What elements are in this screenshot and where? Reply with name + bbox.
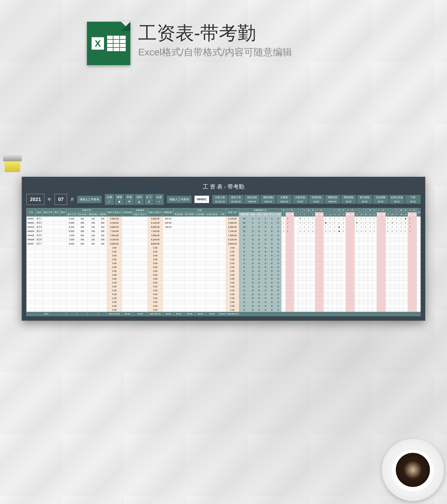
- table-row[interactable]: 0.000.000.00000000: [27, 269, 421, 273]
- table-row[interactable]: HH005员工57,0003001002007,600.007,600.007,…: [27, 234, 421, 238]
- search-label: 请输入工号查询: [77, 196, 102, 203]
- table-row[interactable]: 0.000.000.00000000: [27, 292, 421, 296]
- table-row[interactable]: 0.000.000.00000000: [27, 261, 421, 265]
- binder-clip: [0, 155, 22, 174]
- summary-item: 出差补贴¥0.00: [292, 195, 308, 204]
- table-row[interactable]: 0.000.000.00000000: [27, 308, 421, 312]
- summary-item: 住房公积金¥0.00: [389, 195, 405, 204]
- summary-item: 实发工资¥5,100.00: [212, 195, 228, 204]
- query-label: 请输入工号查询: [167, 196, 191, 203]
- summary-item: 全勤奖¥200.00: [276, 195, 292, 204]
- table-wrapper: 工号姓名银行卡号部门职位应发工资基本工资合计出差补贴扣款项目扣款工资合计考勤扣款…: [26, 208, 421, 316]
- table-row[interactable]: HH006员工67,5003001002008,100.008,100.008,…: [27, 238, 421, 242]
- spreadsheet: 工 资 表 - 带考勤 2021 年 07 月 请输入工号查询 出勤✓请假■早退…: [22, 177, 425, 321]
- month-input[interactable]: 07: [55, 194, 67, 205]
- table-row[interactable]: 0.000.000.00000000: [27, 300, 421, 304]
- table-row[interactable]: 0.000.000.00000000: [27, 288, 421, 292]
- legend-item: 请假■: [115, 194, 124, 205]
- table-row[interactable]: 0.000.000.00000000: [27, 277, 421, 281]
- summary-row: 实发工资¥5,100.00基本工资¥5,000.00岗位补贴¥300.00绩效津…: [212, 195, 421, 204]
- page-subtitle: Excel格式/自带格式/内容可随意编辑: [138, 46, 292, 59]
- table-row[interactable]: HH004员工46,5003001002007,100.007,100.007,…: [27, 229, 421, 234]
- year-label: 年: [48, 197, 51, 202]
- legend-item: 出差+: [155, 194, 164, 205]
- table-row[interactable]: HH007员工78,0003001002008,600.008,600.008,…: [27, 242, 421, 246]
- table-row[interactable]: HH001员工15,0003001002005,600.005,600.0050…: [27, 217, 421, 221]
- page-header: X 工资表-带考勤 Excel格式/自带格式/内容可随意编辑: [0, 0, 447, 65]
- summary-item: 考勤扣款¥500.00: [325, 195, 340, 204]
- summary-item: 失业保险¥0.00: [373, 195, 389, 204]
- title-block: 工资表-带考勤 Excel格式/自带格式/内容可随意编辑: [138, 22, 292, 59]
- payroll-table: 工号姓名银行卡号部门职位应发工资基本工资合计出差补贴扣款项目扣款工资合计考勤扣款…: [26, 208, 421, 316]
- summary-item: 基本工资¥5,000.00: [228, 195, 244, 204]
- table-row[interactable]: 0.000.000.00000000: [27, 281, 421, 285]
- year-input[interactable]: 2021: [26, 194, 44, 205]
- page-title: 工资表-带考勤: [138, 22, 292, 44]
- footer-row: 合计¥49,700.00¥0.00¥0.00¥49,700.00¥0.00¥0.…: [27, 312, 421, 316]
- table-row[interactable]: 0.000.000.00000000: [27, 250, 421, 254]
- table-row[interactable]: HH002员工25,5003001002006,100.006,100.0020…: [27, 221, 421, 225]
- legend-item: 矿工✗: [144, 194, 154, 205]
- table-row[interactable]: 0.000.000.00000000: [27, 285, 421, 288]
- legend-item: 早退▼: [125, 194, 134, 205]
- month-label: 月: [70, 197, 74, 202]
- summary-item: 医疗保险¥0.00: [357, 195, 372, 204]
- summary-item: 养老保险¥0.00: [341, 195, 356, 204]
- table-row[interactable]: 0.000.000.00000000: [27, 296, 421, 300]
- summary-item: 绩效津贴¥100.00: [260, 195, 276, 204]
- summary-item: 住宿补贴¥0.00: [309, 195, 324, 204]
- table-row[interactable]: 0.000.000.00000000: [27, 254, 421, 258]
- table-row[interactable]: HH003员工36,0003001002006,600.006,600.0010…: [27, 225, 421, 229]
- coffee-cup: [382, 439, 444, 501]
- table-row[interactable]: 0.000.000.00000000: [27, 246, 421, 250]
- legend: 出勤✓请假■早退▼迟到▲矿工✗出差+: [105, 194, 164, 205]
- query-input[interactable]: HH001: [194, 196, 209, 203]
- table-row[interactable]: 0.000.000.00000000: [27, 304, 421, 308]
- legend-item: 迟到▲: [135, 194, 144, 205]
- sheet-title: 工 资 表 - 带考勤: [26, 181, 421, 194]
- table-row[interactable]: 0.000.000.00000000: [27, 265, 421, 269]
- excel-icon: X: [87, 22, 130, 65]
- summary-item: 岗位补贴¥300.00: [244, 195, 260, 204]
- table-row[interactable]: 0.000.000.00000000: [27, 273, 421, 277]
- legend-item: 出勤✓: [105, 194, 114, 205]
- summary-item: 个税¥0.00: [405, 195, 421, 204]
- table-row[interactable]: 0.000.000.00000000: [27, 258, 421, 261]
- controls-row: 2021 年 07 月 请输入工号查询 出勤✓请假■早退▼迟到▲矿工✗出差+ 请…: [26, 194, 421, 205]
